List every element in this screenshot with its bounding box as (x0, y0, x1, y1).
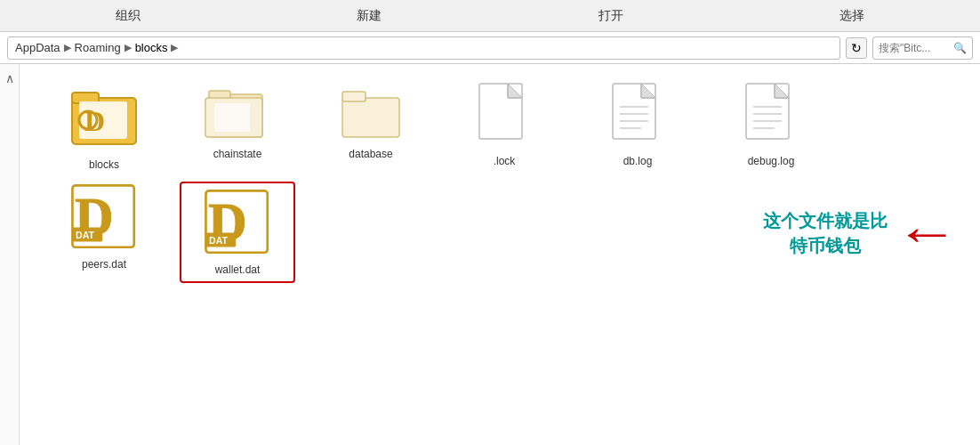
file-grid: D blocks chainstate (20, 64, 980, 445)
blocks-label: blocks (85, 157, 123, 173)
red-arrow-icon: ← (895, 206, 959, 260)
file-item-dblog[interactable]: db.log (580, 82, 695, 173)
file-item-lock[interactable]: .lock (446, 82, 562, 173)
debuglog-label: debug.log (744, 153, 799, 169)
toolbar: 组织 新建 打开 选择 (0, 0, 980, 32)
lock-label: .lock (490, 153, 519, 169)
dblog-doc-icon (609, 82, 666, 150)
address-bar: AppData ▶ Roaming ▶ blocks ▶ ↻ 🔍 (0, 32, 980, 64)
file-item-peers[interactable]: D DAT peers.dat (46, 182, 162, 283)
wallet-label: wallet.dat (212, 262, 264, 278)
sep3: ▶ (171, 42, 178, 53)
search-icon[interactable]: 🔍 (953, 42, 967, 54)
database-folder-icon (335, 82, 406, 142)
path-bitcoin: blocks (135, 41, 168, 54)
peers-dat-icon: D DAT (68, 182, 140, 253)
red-arrow-container: ← (900, 206, 953, 260)
search-box: 🔍 (872, 36, 973, 60)
address-path[interactable]: AppData ▶ Roaming ▶ blocks ▶ (7, 36, 840, 60)
toolbar-open[interactable]: 打开 (581, 4, 641, 28)
main-area: ∧ D blocks (0, 64, 980, 445)
annotation: 这个文件就是比特币钱包 ← (763, 206, 953, 260)
refresh-button[interactable]: ↻ (846, 37, 867, 59)
database-label: database (345, 146, 396, 162)
peers-label: peers.dat (78, 256, 130, 272)
annotation-text: 这个文件就是比特币钱包 (763, 208, 888, 258)
sep1: ▶ (64, 42, 71, 53)
file-item-chainstate[interactable]: chainstate (180, 82, 295, 173)
blocks-folder-icon: D (68, 82, 140, 153)
path-roaming: Roaming (75, 41, 121, 54)
path-appdata: AppData (15, 41, 60, 54)
file-item-wallet[interactable]: D DAT wallet.dat (180, 182, 295, 283)
svg-text:D: D (84, 105, 105, 137)
file-item-blocks[interactable]: D blocks (46, 82, 162, 173)
toolbar-select[interactable]: 选择 (822, 4, 882, 28)
lock-doc-icon (476, 82, 533, 150)
file-item-debuglog[interactable]: debug.log (713, 82, 829, 173)
nav-up-arrow[interactable]: ∧ (5, 71, 14, 85)
search-input[interactable] (879, 42, 950, 54)
toolbar-organize[interactable]: 组织 (98, 4, 158, 28)
dblog-label: db.log (620, 153, 656, 169)
svg-text:DAT: DAT (76, 230, 95, 240)
svg-rect-8 (214, 103, 250, 132)
wallet-dat-icon: D DAT (202, 187, 273, 258)
left-nav: ∧ (0, 64, 20, 445)
svg-text:DAT: DAT (209, 235, 229, 246)
svg-rect-10 (342, 92, 365, 101)
chainstate-label: chainstate (210, 146, 266, 162)
sep2: ▶ (125, 42, 132, 53)
file-item-database[interactable]: database (313, 82, 429, 173)
debuglog-doc-icon (743, 82, 799, 150)
address-controls: ↻ 🔍 (846, 36, 973, 60)
toolbar-new[interactable]: 新建 (339, 4, 399, 28)
chainstate-folder-icon (202, 82, 273, 142)
svg-rect-9 (342, 98, 399, 137)
